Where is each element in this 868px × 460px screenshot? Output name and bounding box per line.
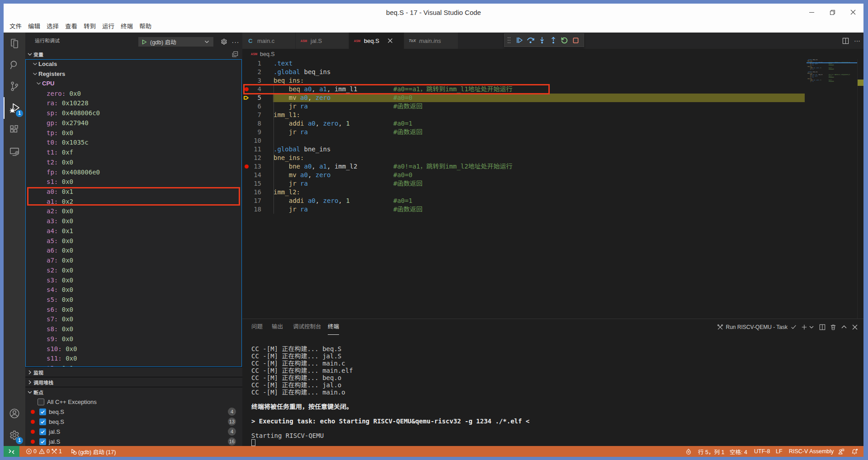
code-line-10[interactable]: 10 [242, 136, 863, 145]
code-line-16[interactable]: 16imm_l2: [242, 188, 863, 197]
breakpoint-item-beq.S-4[interactable]: beq.S4 [25, 407, 242, 417]
indentation[interactable]: 空格: 4 [730, 446, 747, 457]
activity-bar-settings[interactable]: 1 [4, 424, 25, 446]
split-editor-icon[interactable] [842, 37, 849, 44]
activity-bar-explorer[interactable] [4, 33, 25, 54]
tab-jal.S[interactable]: ASMjal.S [296, 33, 349, 49]
new-terminal-icon[interactable] [801, 324, 808, 331]
menu-item-file[interactable]: 文件 [7, 22, 25, 32]
code-line-18[interactable]: 18 jr ra#函数返回 [242, 205, 863, 214]
checkbox-checked[interactable] [39, 428, 46, 435]
code-line-5[interactable]: 5 mv a0, zero#a0=0 [242, 94, 863, 102]
toolbar-grip-icon[interactable] [505, 33, 514, 47]
cursor-position[interactable]: 行 5，列 1 [698, 446, 724, 457]
debug-step-out-button[interactable] [547, 33, 559, 47]
code-line-15[interactable]: 15 jr ra#函数返回 [242, 179, 863, 188]
restore-button[interactable] [822, 4, 843, 21]
breakpoint-item-jal.S-16[interactable]: jal.S16 [25, 437, 242, 446]
minimap[interactable]: .text.global beq_insbeq_ins: beq a0, a1,… [807, 59, 857, 317]
activity-bar-search[interactable] [4, 54, 25, 76]
register-group-cpu[interactable]: CPU [26, 79, 241, 89]
close-panel-icon[interactable] [851, 324, 859, 331]
overview-ruler[interactable] [857, 59, 863, 319]
register-t3[interactable]: t3: 0x0 [26, 363, 241, 367]
panel-tab-problems[interactable]: 问题 [251, 319, 263, 335]
checkbox-checked[interactable] [39, 418, 46, 425]
register-s4[interactable]: s4: 0x0 [26, 285, 241, 295]
watch-section-header[interactable]: 监视 [25, 367, 242, 377]
terminal-output[interactable]: CC -[M] 正在构建... beq.SCC -[M] 正在构建... jal… [251, 345, 857, 454]
register-a7[interactable]: a7: 0x0 [26, 255, 241, 265]
menu-item-selection[interactable]: 选择 [44, 22, 62, 32]
activity-bar-extensions[interactable] [4, 119, 25, 141]
register-s2[interactable]: s2: 0x0 [26, 265, 241, 275]
code-editor[interactable]: 1.text2.global beq_ins3beq_ins:4 beq a0,… [242, 59, 863, 319]
eol-sequence[interactable]: LF [776, 446, 783, 457]
kill-terminal-icon[interactable] [830, 324, 837, 331]
terminal-dropdown-chevron-icon[interactable] [808, 324, 815, 331]
register-s11[interactable]: s11: 0x0 [26, 353, 241, 363]
flame-status-icon[interactable] [685, 446, 692, 457]
code-line-11[interactable]: 11.global bne_ins [242, 145, 863, 154]
debug-configure-gear-icon[interactable] [219, 37, 228, 47]
feedback-icon[interactable] [838, 446, 844, 457]
breakpoint-item-jal.S-4[interactable]: jal.S4 [25, 427, 242, 437]
variables-tree[interactable]: LocalsRegistersCPUzero: 0x0ra: 0x10228sp… [25, 59, 242, 367]
register-zero[interactable]: zero: 0x0 [26, 89, 241, 99]
breakpoint-item-beq.S-13[interactable]: beq.S13 [25, 417, 242, 427]
register-s10[interactable]: s10: 0x0 [26, 344, 241, 354]
launch-config-select[interactable]: (gdb) 启动 [138, 37, 213, 47]
checkbox-checked[interactable] [39, 408, 46, 415]
call-stack-section-header[interactable]: 调用堆栈 [25, 377, 242, 387]
register-t0[interactable]: t0: 0x1035c [26, 137, 241, 147]
editor-more-actions-icon[interactable]: ··· [854, 37, 861, 44]
close-tab-icon[interactable] [386, 36, 395, 45]
notifications-bell-icon[interactable] [851, 446, 858, 457]
register-s8[interactable]: s8: 0x0 [26, 324, 241, 334]
register-s3[interactable]: s3: 0x0 [26, 275, 241, 285]
code-line-13[interactable]: 13 bne a0, a1, imm_l2#a0!=a1，跳转到imm_l2地址… [242, 162, 863, 171]
code-line-14[interactable]: 14 mv a0, zero#a0=0 [242, 171, 863, 179]
collapse-all-icon[interactable] [231, 50, 239, 58]
checkbox-checked[interactable] [39, 438, 46, 445]
split-terminal-icon[interactable] [819, 324, 826, 331]
debug-stop-button[interactable] [570, 33, 581, 47]
tab-main.ins[interactable]: TEXmain.ins [404, 33, 458, 49]
register-s1[interactable]: s1: 0x0 [26, 177, 241, 187]
debug-session-status[interactable]: (gdb) 启动 (17) [70, 446, 116, 457]
panel-tab-terminal[interactable]: 终端 [328, 319, 339, 335]
debug-restart-button[interactable] [559, 33, 570, 47]
maximize-panel-icon[interactable] [840, 324, 848, 331]
code-line-12[interactable]: 12bne_ins: [242, 154, 863, 162]
debug-start-icon[interactable] [142, 39, 147, 45]
activity-bar-account[interactable] [4, 403, 25, 424]
debug-continue-button[interactable] [514, 33, 525, 47]
scope-locals[interactable]: Locals [26, 59, 241, 69]
register-a6[interactable]: a6: 0x0 [26, 245, 241, 255]
breakpoints-section-header[interactable]: 断点 [25, 387, 242, 397]
minimize-button[interactable] [801, 4, 822, 21]
register-a5[interactable]: a5: 0x0 [26, 236, 241, 246]
register-gp[interactable]: gp: 0x27940 [26, 118, 241, 128]
register-a3[interactable]: a3: 0x0 [26, 216, 241, 226]
encoding[interactable]: UTF-8 [754, 446, 770, 457]
menu-item-go[interactable]: 转到 [81, 22, 99, 32]
menu-item-run[interactable]: 运行 [99, 22, 118, 32]
register-ra[interactable]: ra: 0x10228 [26, 98, 241, 108]
code-line-8[interactable]: 8 addi a0, zero, 1#a0=1 [242, 119, 863, 128]
register-s6[interactable]: s6: 0x0 [26, 305, 241, 314]
checkbox-unchecked[interactable] [38, 399, 44, 405]
tab-beq.S[interactable]: ASMbeq.S [349, 33, 404, 49]
code-line-17[interactable]: 17 addi a0, zero, 1#a0=1 [242, 197, 863, 205]
debug-step-into-button[interactable] [536, 33, 547, 47]
register-s7[interactable]: s7: 0x0 [26, 314, 241, 324]
code-line-2[interactable]: 2.global beq_ins [242, 68, 863, 76]
panel-tab-output[interactable]: 输出 [272, 319, 283, 335]
menu-item-edit[interactable]: 编辑 [25, 22, 43, 32]
menu-item-help[interactable]: 帮助 [137, 22, 155, 32]
close-button[interactable] [843, 4, 863, 21]
register-tp[interactable]: tp: 0x0 [26, 128, 241, 138]
register-a4[interactable]: a4: 0x1 [26, 226, 241, 236]
register-sp[interactable]: sp: 0x408006c0 [26, 108, 241, 118]
register-t1[interactable]: t1: 0xf [26, 147, 241, 157]
